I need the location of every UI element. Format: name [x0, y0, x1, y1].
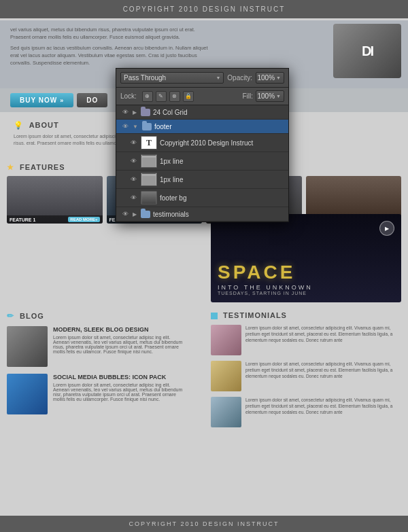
bottom-footer: COPYRIGHT 2010 DESIGN INSTRUCT [0, 516, 408, 532]
opacity-value: 100% [257, 74, 275, 82]
ps-lock-fill-row: Lock: ⊕ ✎ ⊗ 🔒 Fill: 100% ▼ [116, 88, 288, 105]
lock-all-icon[interactable]: 🔒 [183, 91, 194, 102]
blog-thumb-2 [7, 374, 48, 414]
layer-row-line2[interactable]: 👁 1px line [116, 171, 288, 189]
space-text: SPACE INTO THE UNKNOWN TUESDAYS, STARTIN… [211, 256, 320, 302]
testimonial-text-2: Lorem ipsum dolor sit amet, consectetur … [245, 361, 401, 391]
blue-square-icon [211, 313, 218, 319]
testimonial-thumb-1 [211, 325, 241, 355]
photoshop-layers-panel: Pass Through ▼ Opacity: 100% ▼ Lock: ⊕ ✎… [116, 68, 289, 222]
testimonial-text-3: Lorem ipsum dolor sit amet, consectetur … [245, 397, 401, 427]
lock-pixel-icon[interactable]: ✎ [156, 91, 167, 102]
testimonial-item-3: Lorem ipsum dolor sit amet, consectetur … [211, 397, 401, 427]
testimonial-thumb-2 [211, 361, 241, 391]
layer-name-copyright: Copyright 2010 Design Instruct [160, 139, 284, 147]
blog-title-text: BLOG [20, 312, 44, 320]
layer-thumb-footer-bg [141, 191, 157, 205]
layer-row-grid[interactable]: 👁 ▶ 24 Col Grid [116, 105, 288, 120]
star-icon: ★ [7, 163, 14, 171]
folder-icon-grid [141, 109, 150, 116]
buy-now-label: BUY NOW [20, 96, 57, 104]
eye-icon-testimonials[interactable]: 👁 [120, 209, 130, 219]
chevron-down-footer: ▼ [133, 124, 138, 130]
layer-row-copyright[interactable]: 👁 T Copyright 2010 Design Instruct [116, 134, 288, 152]
space-title: SPACE [218, 263, 313, 282]
chevron-right-grid: ▶ [133, 109, 137, 116]
space-subtitle: INTO THE UNKNOWN [218, 284, 313, 291]
blog-item-2: SOCIAL MEDIA BUBBLES: ICON PACK Lorem ip… [7, 374, 187, 414]
folder-icon-testimonials [141, 211, 150, 218]
testimonial-thumb-3 [211, 397, 241, 427]
space-section: SPACE INTO THE UNKNOWN TUESDAYS, STARTIN… [211, 214, 401, 302]
blog-thumb-1 [7, 326, 48, 367]
testimonials-title: TESTIMONIALS [211, 311, 401, 319]
opacity-input[interactable]: 100% ▼ [256, 72, 284, 84]
blog-text-1: Lorem ipsum dolor sit amet, consectetur … [53, 335, 187, 354]
blog-title-2: SOCIAL MEDIA BUBBLES: ICON PACK [53, 374, 187, 380]
fill-value: 100% [257, 92, 275, 100]
eye-icon-line2[interactable]: 👁 [129, 175, 138, 184]
layer-thumb-line2 [141, 173, 157, 186]
layer-row-footer[interactable]: 👁 ▼ footer [116, 120, 288, 134]
opacity-arrow: ▼ [276, 75, 281, 80]
lock-paint-icon[interactable]: ⊗ [169, 91, 180, 102]
play-button[interactable]: ▶ [379, 221, 394, 236]
blend-mode-arrow: ▼ [216, 75, 220, 80]
space-tagline: TUESDAYS, STARTING IN JUNE [218, 291, 313, 296]
layer-thumb-line1 [141, 154, 157, 168]
blog-title: ✏ BLOG [7, 311, 187, 321]
line-swatch-2 [142, 176, 156, 185]
feature-label-1: FEATURE 1 READ MORE+ [7, 215, 103, 224]
layer-thumb-copyright: T [141, 136, 157, 149]
bulb-icon: 💡 [14, 121, 24, 129]
eye-icon-footer[interactable]: 👁 [120, 122, 130, 131]
testimonial-text-1: Lorem ipsum dolor sit amet, consectetur … [245, 325, 401, 355]
about-title-text: ABOUT [29, 121, 59, 129]
line-swatch-1 [142, 158, 156, 167]
top-bar-text: COPYRIGHT 2010 DESIGN INSTRUCT [123, 5, 286, 13]
testimonial-item-2: Lorem ipsum dolor sit amet, consectetur … [211, 361, 401, 391]
do-button[interactable]: DO [77, 93, 107, 107]
blog-content-2: SOCIAL MEDIA BUBBLES: ICON PACK Lorem ip… [53, 374, 187, 414]
blog-item-1: MODERN, SLEEK BLOG DESIGN Lorem ipsum do… [7, 326, 187, 367]
eye-icon-copyright[interactable]: 👁 [129, 138, 138, 147]
top-bar: COPYRIGHT 2010 DESIGN INSTRUCT [0, 0, 408, 18]
line-preview-2 [142, 173, 156, 174]
layer-name-grid: 24 Col Grid [153, 109, 284, 116]
ps-blend-opacity-row: Pass Through ▼ Opacity: 100% ▼ [116, 69, 288, 88]
layer-name-footer-bg: footer bg [160, 194, 284, 202]
layer-row-testimonials[interactable]: 👁 ▶ testimonials [116, 207, 288, 221]
opacity-label: Opacity: [227, 74, 252, 82]
lock-position-icon[interactable]: ⊕ [142, 91, 153, 102]
eye-icon-line1[interactable]: 👁 [129, 156, 138, 166]
hero-text: vel varius aliquet, metus dui bibendum r… [0, 20, 224, 72]
blog-text-2: Lorem ipsum dolor sit amet, consectetur … [53, 383, 187, 402]
layer-name-line1: 1px line [160, 158, 284, 165]
feature-1-name: FEATURE 1 [10, 217, 35, 222]
do-label: DO [86, 96, 98, 104]
fill-arrow: ▼ [276, 94, 281, 99]
arrow-icon: » [60, 97, 64, 104]
fill-input[interactable]: 100% ▼ [256, 90, 284, 102]
ps-layers-list: 👁 ▶ 24 Col Grid 👁 ▼ footer 👁 T Copyright… [116, 105, 288, 221]
blog-content-1: MODERN, SLEEK BLOG DESIGN Lorem ipsum do… [53, 326, 187, 367]
blog-title-1: MODERN, SLEEK BLOG DESIGN [53, 326, 187, 333]
features-title-text: FEATURES [20, 163, 65, 171]
line-preview-1 [142, 155, 156, 156]
blend-mode-select[interactable]: Pass Through ▼ [120, 72, 224, 84]
lock-label: Lock: [120, 92, 137, 100]
buy-now-button[interactable]: BUY NOW » [10, 93, 73, 107]
layer-name-line2: 1px line [160, 176, 284, 183]
layer-row-footer-bg[interactable]: 👁 footer bg [116, 189, 288, 207]
feature-item-1: FEATURE 1 READ MORE+ [7, 176, 103, 224]
layer-row-line1[interactable]: 👁 1px line [116, 152, 288, 171]
chevron-right-testimonials: ▶ [133, 211, 137, 217]
eye-icon-footer-bg[interactable]: 👁 [129, 193, 138, 202]
footer-bg-swatch [142, 192, 156, 204]
layer-name-testimonials: testimonials [153, 211, 284, 218]
blend-mode-value: Pass Through [124, 74, 166, 82]
feature-1-read-more[interactable]: READ MORE+ [68, 217, 99, 222]
product-image: DI [333, 24, 401, 78]
fill-label: Fill: [242, 92, 253, 100]
eye-icon-grid[interactable]: 👁 [120, 107, 130, 117]
